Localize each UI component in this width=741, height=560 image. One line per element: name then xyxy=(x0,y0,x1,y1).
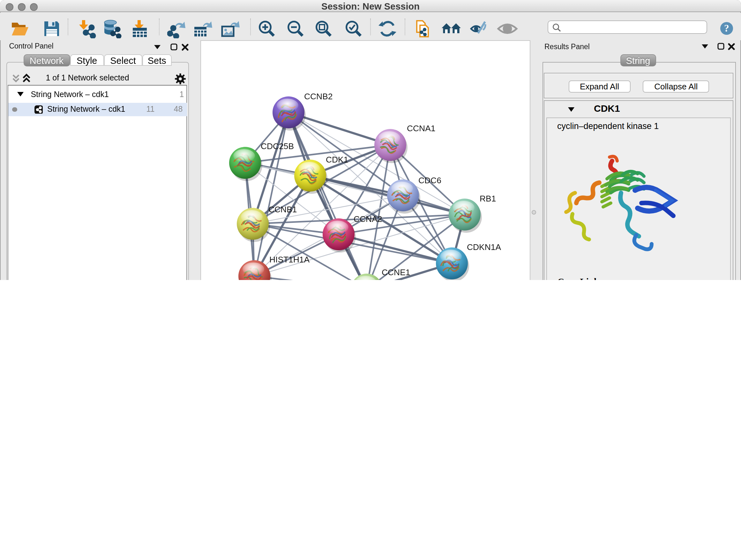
svg-text:?: ? xyxy=(724,22,729,34)
svg-text:CCNB1: CCNB1 xyxy=(268,204,297,214)
svg-text:HIST1H1A: HIST1H1A xyxy=(269,254,310,264)
svg-text:CCNA1: CCNA1 xyxy=(407,123,435,133)
svg-text:CCNB2: CCNB2 xyxy=(304,91,333,101)
svg-text:CCNA2: CCNA2 xyxy=(354,214,382,224)
svg-text:CDC6: CDC6 xyxy=(418,175,441,185)
svg-text:CDC25B: CDC25B xyxy=(261,141,294,151)
svg-text:CCNE1: CCNE1 xyxy=(382,267,410,277)
svg-text:CDK1: CDK1 xyxy=(326,154,348,164)
svg-text:RB1: RB1 xyxy=(480,193,496,203)
svg-text:CDKN1A: CDKN1A xyxy=(467,242,501,252)
